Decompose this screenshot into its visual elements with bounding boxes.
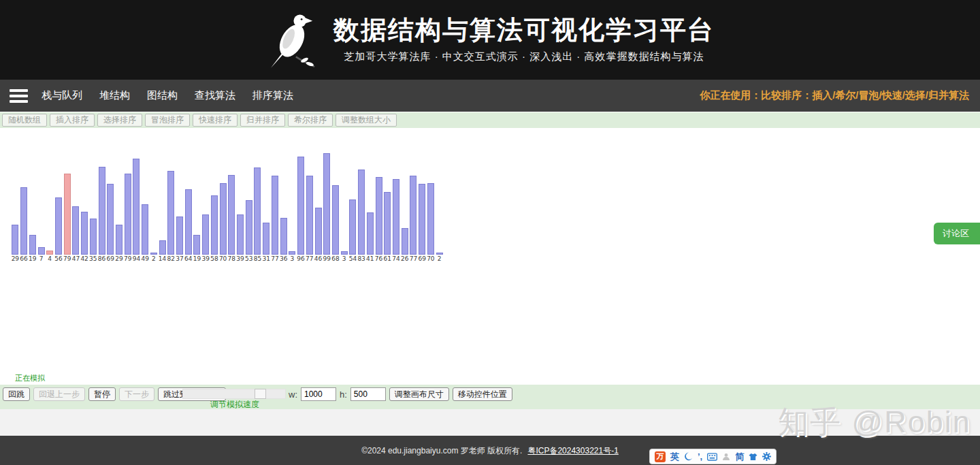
- control-button[interactable]: 下一步: [119, 387, 154, 401]
- array-bar: 54: [348, 199, 357, 262]
- playback-controls: 回跳回退上一步暂停下一步跳过到最后一步 调节模拟速度 w: h: 调整画布尺寸 …: [0, 385, 980, 409]
- array-bar: 70: [427, 183, 436, 262]
- height-label: h:: [340, 389, 347, 400]
- canvas-size-group: w: h: 调整画布尺寸 移动控件位置: [289, 387, 512, 401]
- toolbar-button[interactable]: 随机数组: [2, 114, 47, 127]
- array-bar: 77: [409, 176, 418, 262]
- ime-logo-icon[interactable]: 万: [655, 451, 666, 462]
- array-bar: 46: [314, 208, 323, 262]
- discussion-area-button[interactable]: 讨论区: [934, 223, 980, 244]
- array-bar: 77: [271, 176, 280, 262]
- spacer-band: [0, 409, 980, 436]
- nav-menu: 栈与队列堆结构图结构查找算法排序算法: [42, 89, 310, 102]
- control-button[interactable]: 回退上一步: [33, 387, 85, 401]
- visualization-canvas: 2966197456794742358669297994492148237641…: [0, 128, 980, 385]
- array-bar: 39: [236, 214, 245, 262]
- array-bar: 76: [374, 177, 383, 262]
- toolbar-button[interactable]: 快速排序: [193, 114, 238, 127]
- algorithm-toolbar: 随机数组插入排序选择排序冒泡排序快速排序归并排序希尔排序调整数组大小: [0, 112, 980, 128]
- array-bar: 3: [340, 251, 348, 262]
- main-nav: 栈与队列堆结构图结构查找算法排序算法 你正在使用：比较排序：插入/希尔/冒泡/快…: [0, 80, 980, 112]
- ime-english-mode-label[interactable]: 英: [670, 452, 679, 461]
- array-bar: 35: [88, 219, 97, 262]
- nav-item-1[interactable]: 栈与队列: [42, 89, 82, 102]
- site-footer: ©2024 edu.jiangbaiyu.com 罗老师 版权所有.粤ICP备2…: [0, 436, 980, 465]
- page-subtitle: 芝加哥大学算法库 · 中文交互式演示 · 深入浅出 · 高效掌握数据结构与算法: [333, 50, 715, 63]
- array-bar: 56: [54, 197, 63, 262]
- skin-shirt-icon[interactable]: [749, 453, 757, 461]
- array-bar: 74: [392, 179, 401, 262]
- toolbar-button[interactable]: 选择排序: [97, 114, 142, 127]
- array-bar: 39: [201, 214, 210, 262]
- user-icon[interactable]: [722, 453, 730, 461]
- array-bar: 79: [63, 174, 71, 262]
- resize-canvas-button[interactable]: 调整画布尺寸: [389, 387, 449, 401]
- array-bar: 26: [400, 228, 409, 262]
- speed-slider-thumb[interactable]: [255, 389, 266, 399]
- simplified-chinese-label[interactable]: 简: [735, 452, 744, 461]
- array-bar: 83: [357, 170, 366, 262]
- nav-item-5[interactable]: 排序算法: [252, 89, 293, 102]
- array-bar: 2: [150, 253, 159, 262]
- array-bar: 69: [418, 184, 427, 262]
- array-bar: 42: [80, 212, 89, 262]
- move-controls-button[interactable]: 移动控件位置: [453, 387, 512, 401]
- toolbar-button[interactable]: 冒泡排序: [145, 114, 190, 127]
- nav-item-2[interactable]: 堆结构: [99, 89, 130, 102]
- speed-slider-label: 调节模拟速度: [210, 399, 259, 411]
- toolbar-button[interactable]: 插入排序: [50, 114, 95, 127]
- dove-logo-icon: [265, 10, 318, 70]
- array-bar: 96: [297, 157, 306, 262]
- speed-slider[interactable]: [182, 389, 286, 399]
- array-bar: 78: [227, 175, 236, 262]
- canvas-width-input[interactable]: [301, 387, 336, 401]
- array-bar: 41: [365, 212, 374, 262]
- array-bar: 31: [262, 223, 271, 262]
- array-bar: 49: [141, 204, 150, 262]
- array-bar: 29: [115, 225, 124, 262]
- toolbar-button[interactable]: 归并排序: [240, 114, 285, 127]
- settings-gear-icon[interactable]: [762, 452, 771, 461]
- icp-license-link[interactable]: 粤ICP备2024303221号-1: [527, 446, 618, 455]
- sort-bar-chart: 2966197456794742358669297994492148237641…: [11, 153, 444, 262]
- ime-toolbar: 万 英 ’, 简: [649, 449, 777, 464]
- array-bar: 79: [123, 174, 132, 262]
- punctuation-icon[interactable]: ’,: [698, 452, 702, 461]
- nav-item-4[interactable]: 查找算法: [195, 89, 235, 102]
- array-bar: 19: [193, 235, 201, 262]
- array-bar: 69: [106, 184, 115, 262]
- keyboard-icon[interactable]: [707, 453, 717, 461]
- array-bar: 85: [253, 167, 262, 262]
- copyright-text: ©2024 edu.jiangbaiyu.com 罗老师 版权所有.: [361, 446, 522, 455]
- control-button[interactable]: 回跳: [3, 387, 30, 401]
- array-bar: 82: [167, 171, 176, 262]
- array-bar: 47: [71, 206, 80, 262]
- current-mode-status: 你正在使用：比较排序：插入/希尔/冒泡/快速/选择/归并算法: [700, 89, 969, 102]
- array-bar: 58: [210, 195, 219, 262]
- toolbar-button[interactable]: 希尔排序: [288, 114, 333, 127]
- array-bar: 7: [37, 247, 46, 262]
- array-bar: 3: [288, 251, 297, 262]
- array-bar: 77: [305, 176, 314, 262]
- array-bar: 36: [279, 218, 288, 262]
- array-bar: 99: [323, 153, 331, 262]
- array-bar: 14: [158, 240, 167, 262]
- control-button[interactable]: 暂停: [88, 387, 116, 401]
- nav-item-3[interactable]: 图结构: [147, 89, 178, 102]
- canvas-height-input[interactable]: [350, 387, 386, 401]
- toolbar-button[interactable]: 调整数组大小: [336, 114, 397, 127]
- array-bar: 53: [244, 200, 253, 262]
- moon-icon[interactable]: [684, 452, 693, 461]
- array-bar: 70: [218, 183, 227, 262]
- array-bar: 68: [331, 185, 340, 262]
- array-bar: 64: [184, 189, 193, 262]
- site-header: 数据结构与算法可视化学习平台 芝加哥大学算法库 · 中文交互式演示 · 深入浅出…: [0, 0, 980, 80]
- array-bar: 94: [132, 159, 141, 262]
- array-bar: 61: [383, 192, 392, 262]
- simulation-status-text: 正在模拟: [15, 373, 45, 383]
- array-bar: 37: [176, 217, 184, 262]
- page: 数据结构与算法可视化学习平台 芝加哥大学算法库 · 中文交互式演示 · 深入浅出…: [0, 0, 980, 465]
- width-label: w:: [289, 389, 297, 400]
- array-bar: 86: [97, 167, 106, 262]
- menu-hamburger-icon[interactable]: [10, 86, 28, 106]
